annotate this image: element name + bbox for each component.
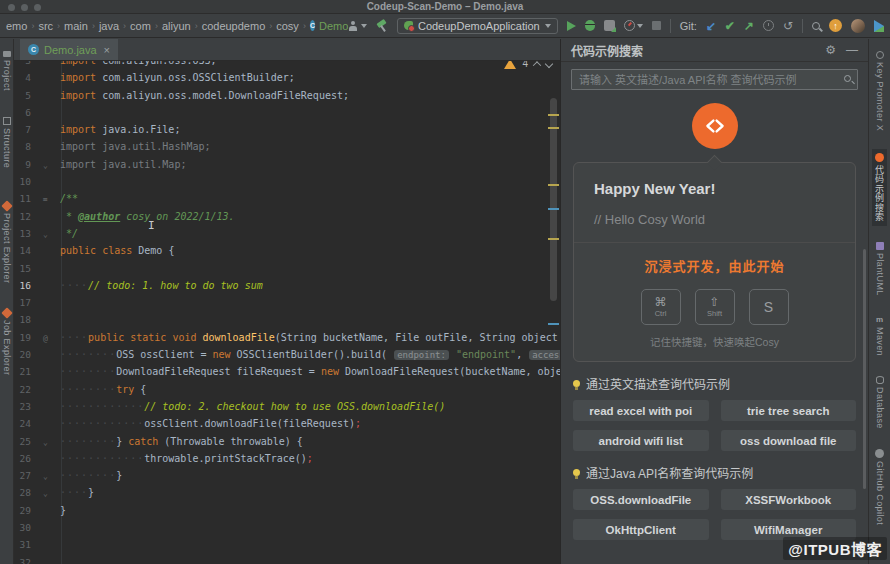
code-line[interactable]: 13⌄ */ [14, 225, 560, 242]
gutter-icon[interactable]: ⌄ [31, 226, 60, 243]
breadcrumb-item[interactable]: aliyun [162, 20, 191, 32]
code-line[interactable]: 26············throwable.printStackTrace(… [14, 450, 560, 467]
code-line[interactable]: 25⌄········} catch (Throwable throwable)… [14, 433, 560, 450]
code-line[interactable]: 32 [14, 554, 560, 564]
code-line[interactable]: 7import java.io.File; [14, 121, 560, 138]
vcs-user-button[interactable] [348, 21, 367, 31]
breadcrumb-item[interactable]: java [99, 20, 119, 32]
example-query-button[interactable]: read excel with poi [573, 400, 709, 421]
example-query-button[interactable]: OSS.downloadFile [573, 489, 709, 510]
whitespace-dots: ········ [60, 349, 116, 360]
example-query-button[interactable]: trie tree search [721, 400, 857, 421]
example-query-button[interactable]: oss download file [721, 430, 857, 451]
code-line[interactable]: 29} [14, 502, 560, 519]
run-configuration-select[interactable]: CodeupDemoApplication [397, 18, 558, 34]
code-line[interactable]: 6 [14, 104, 560, 121]
panel-scrollbar[interactable] [863, 249, 866, 489]
code-line[interactable]: 19@····public static void downloadFile(S… [14, 329, 560, 346]
code-text: ········} catch (Throwable throwable) { [60, 433, 560, 450]
code-line[interactable]: 5import com.aliyun.oss.model.DownloadFil… [14, 87, 560, 104]
code-text [60, 173, 560, 190]
git-commit-button[interactable]: ✔ [725, 20, 735, 32]
coverage-button[interactable] [604, 20, 615, 31]
tool-stripe-item-project-explorer[interactable]: Project Explorer [1, 198, 13, 287]
git-push-button[interactable]: ↗ [744, 20, 754, 32]
traffic-light-zoom-button[interactable] [34, 4, 41, 11]
example-query-button[interactable]: OkHttpClient [573, 519, 709, 540]
code-line[interactable]: 30 [14, 519, 560, 536]
tool-stripe-item-project[interactable]: Project [1, 47, 13, 95]
warning-count: 4 [522, 61, 528, 69]
breadcrumb-item[interactable]: src [38, 20, 53, 32]
gutter-icon[interactable]: ⌄ [31, 468, 60, 485]
gutter-icon[interactable]: @ [31, 330, 60, 347]
line-number: 7 [14, 121, 31, 138]
plugin-logo-icon[interactable] [874, 20, 884, 32]
tool-stripe-item-plantuml[interactable]: PlantUML [874, 238, 886, 300]
example-query-button[interactable]: android wifi list [573, 430, 709, 451]
code-line[interactable]: 16····// todo: 1. how to do two sum [14, 277, 560, 294]
tool-stripe-item-database[interactable]: Database [874, 372, 886, 433]
code-line[interactable]: 12 * @author cosy on 2022/1/13. [14, 208, 560, 225]
search-input[interactable] [571, 69, 858, 90]
profiler-button[interactable] [624, 20, 643, 31]
run-button[interactable] [567, 21, 576, 31]
inspections-widget[interactable]: 4 [504, 61, 552, 69]
search-icon[interactable] [844, 75, 851, 82]
key-glyph: ⇧ [709, 296, 719, 309]
code-line[interactable]: 15 [14, 260, 560, 277]
code-line[interactable]: 27⌄········} [14, 467, 560, 484]
code-line[interactable]: 11≡/** [14, 190, 560, 207]
code-line[interactable]: 8import java.util.HashMap; [14, 138, 560, 155]
code-line[interactable]: 10 [14, 173, 560, 190]
traffic-light-minimize-button[interactable] [21, 4, 28, 11]
code-line[interactable]: 14public class Demo { [14, 242, 560, 259]
code-line[interactable]: 9⌄import java.util.Map; [14, 156, 560, 173]
tool-stripe-item-structure[interactable]: Structure [1, 113, 13, 172]
search-everywhere-icon[interactable] [812, 22, 820, 30]
breadcrumb-item[interactable]: main [64, 20, 88, 32]
prev-warning-icon[interactable] [533, 61, 541, 69]
undo-button[interactable]: ↺ [783, 20, 793, 32]
history-clock-icon[interactable] [763, 20, 774, 31]
gear-icon[interactable]: ⚙ [825, 44, 836, 56]
tool-stripe-item-key-promoter-x[interactable]: Key Promoter X [874, 47, 886, 135]
tool-stripe-item-github-copilot[interactable]: GitHub Copilot [874, 445, 886, 529]
git-update-button[interactable]: ↙ [706, 20, 716, 32]
code-line[interactable]: 18 [14, 311, 560, 328]
code-line[interactable]: 4import com.aliyun.oss.OSSClientBuilder; [14, 69, 560, 86]
code-line[interactable]: 20········OSS ossClient = new OSSClientB… [14, 346, 560, 363]
update-notification-icon[interactable]: ↑ [829, 19, 842, 32]
example-query-button[interactable]: XSSFWorkbook [721, 489, 857, 510]
gutter-icon[interactable]: ⌄ [31, 434, 60, 451]
breadcrumb-item[interactable]: com [130, 20, 151, 32]
tool-stripe-item-job-explorer[interactable]: Job Explorer [1, 305, 13, 379]
close-icon[interactable]: × [104, 44, 110, 56]
gutter-icon[interactable]: ⌄ [31, 157, 60, 174]
code-line[interactable]: 28⌄····} [14, 484, 560, 501]
breadcrumb-item[interactable]: cosy [276, 20, 299, 32]
code-line[interactable]: 24············ossClient.downloadFile(fil… [14, 415, 560, 432]
tool-stripe-item-maven[interactable]: mMaven [874, 311, 886, 360]
gutter-icon[interactable]: ⌄ [31, 485, 60, 502]
tool-stripe-item-代码示例搜索[interactable]: 代码示例搜索 [872, 149, 887, 225]
code-line[interactable]: 21········DownloadFileRequest fileReques… [14, 363, 560, 380]
code-line[interactable]: 22········try { [14, 381, 560, 398]
debug-button[interactable] [585, 20, 595, 31]
minimize-icon[interactable]: — [846, 44, 858, 56]
code-line[interactable]: 17 [14, 294, 560, 311]
avatar[interactable] [851, 19, 865, 33]
code-line[interactable]: 23············// todo: 2. checkout how t… [14, 398, 560, 415]
traffic-light-close-button[interactable] [8, 4, 15, 11]
stop-button[interactable] [652, 21, 661, 30]
editor-tab-demo-java[interactable]: C Demo.java × [20, 39, 118, 60]
breadcrumb-item[interactable]: codeupdemo [202, 20, 266, 32]
code-editor[interactable]: 3import com.aliyun.oss.OSS;4import com.a… [14, 61, 560, 564]
breadcrumb-item[interactable]: Demo [319, 20, 348, 32]
code-line[interactable]: 3import com.aliyun.oss.OSS; [14, 61, 560, 69]
gutter-icon[interactable]: ≡ [31, 191, 60, 208]
next-warning-icon[interactable] [545, 61, 553, 68]
code-line[interactable]: 31 [14, 536, 560, 553]
breadcrumb-item[interactable]: emo [6, 20, 27, 32]
build-hammer-icon[interactable] [376, 20, 388, 32]
